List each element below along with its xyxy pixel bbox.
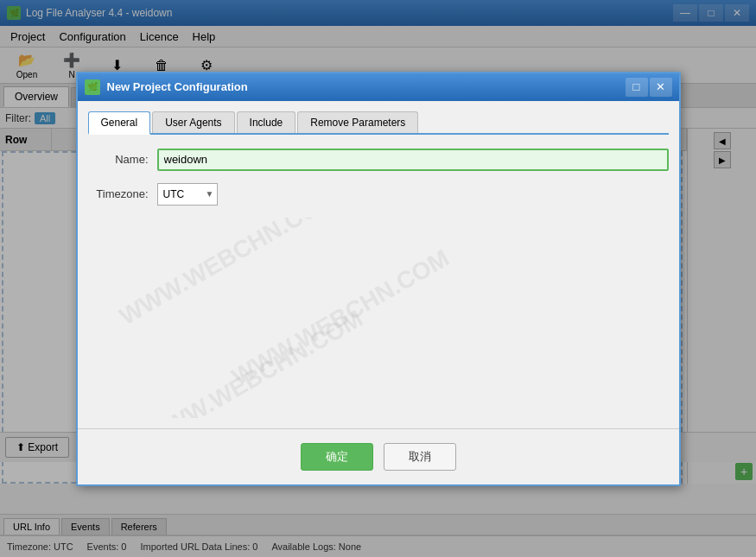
timezone-select-wrapper: UTC EST PST GMT CST ▼: [157, 183, 218, 206]
dialog-tab-general[interactable]: General: [88, 111, 151, 135]
confirm-button[interactable]: 确定: [301, 443, 373, 471]
dialog-tab-user-agents[interactable]: User Agents: [152, 111, 234, 133]
dialog-new-project: 🌿 New Project Configuration □ ✕ General …: [76, 72, 681, 486]
name-label: Name:: [88, 153, 157, 166]
dialog-close-button[interactable]: ✕: [650, 78, 672, 97]
dialog-tab-remove-parameters[interactable]: Remove Parameters: [297, 111, 418, 133]
watermark-2: WWW.WEBCHN.COM: [227, 244, 454, 390]
dialog-icon: 🌿: [85, 79, 100, 95]
dialog-titlebar: 🌿 New Project Configuration □ ✕: [78, 73, 679, 101]
dialog-tab-include[interactable]: Include: [237, 111, 296, 133]
dialog-tabs: General User Agents Include Remove Param…: [88, 111, 669, 135]
name-input[interactable]: [157, 149, 669, 171]
form-timezone-row: Timezone: UTC EST PST GMT CST ▼: [88, 183, 669, 206]
dialog-title: New Project Configuration: [107, 80, 626, 93]
timezone-select[interactable]: UTC EST PST GMT CST: [157, 183, 218, 206]
dialog-footer: 确定 取消: [78, 428, 679, 484]
watermark-1: WWW.WEBCHN.COM: [115, 218, 341, 331]
dialog-controls: □ ✕: [626, 78, 672, 97]
dialog-content: General User Agents Include Remove Param…: [78, 101, 679, 428]
modal-overlay: 🌿 New Project Configuration □ ✕ General …: [0, 0, 756, 557]
dialog-maximize-button[interactable]: □: [626, 78, 648, 97]
timezone-label: Timezone:: [88, 187, 157, 200]
cancel-button[interactable]: 取消: [384, 443, 456, 471]
watermark-3: WWW.WEBCHN.COM: [141, 304, 367, 417]
form-name-row: Name:: [88, 149, 669, 171]
